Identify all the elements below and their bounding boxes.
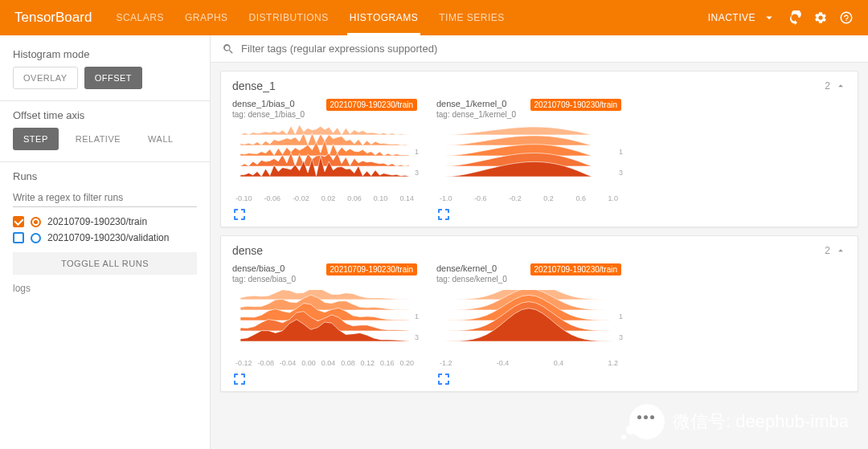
histogram-card: dense_1/kernel_0tag: dense_1/kernel_0202…: [436, 99, 621, 222]
offset-axis-title: Offset time axis: [13, 109, 197, 121]
histogram-card: dense/bias_0tag: dense/bias_020210709-19…: [232, 263, 417, 386]
x-tick: 0.06: [347, 194, 362, 202]
expand-icon[interactable]: [234, 209, 245, 220]
option-offset[interactable]: OFFSET: [84, 67, 142, 89]
y-tick: 1: [619, 312, 623, 320]
run-name: 20210709-190230/train: [47, 216, 147, 227]
x-tick: -1.0: [440, 194, 452, 202]
logs-label: logs: [13, 283, 197, 294]
x-tick: -1.2: [440, 359, 452, 367]
card-tag: tag: dense/bias_0: [232, 275, 296, 284]
x-tick: 0.2: [543, 194, 554, 202]
chevron-up-icon: [835, 80, 846, 92]
x-tick: -0.4: [497, 359, 510, 367]
y-tick: 3: [619, 169, 623, 177]
x-tick: 1.0: [608, 194, 618, 202]
run-badge: 20210709-190230/train: [326, 99, 417, 111]
brand: TensorBoard: [14, 10, 92, 26]
run-badge: 20210709-190230/train: [530, 99, 621, 111]
x-tick: 0.14: [399, 194, 414, 202]
run-row[interactable]: 20210709-190230/validation: [13, 230, 197, 246]
expand-icon[interactable]: [234, 373, 245, 385]
caret-down-icon: [762, 10, 776, 25]
y-tick: 3: [415, 333, 419, 341]
tab-histograms[interactable]: HISTOGRAMS: [350, 0, 418, 35]
x-tick: -0.12: [235, 359, 252, 367]
run-radio[interactable]: [31, 233, 41, 243]
x-tick: -0.02: [293, 194, 309, 202]
card-title: dense_1/bias_0: [232, 99, 305, 110]
y-tick: 1: [415, 312, 419, 320]
runs-title: Runs: [13, 170, 197, 182]
x-tick: -0.04: [280, 359, 297, 367]
tab-scalars[interactable]: SCALARS: [116, 0, 164, 35]
x-tick: 0.4: [554, 359, 564, 367]
card-title: dense/bias_0: [232, 263, 296, 275]
run-name: 20210709-190230/validation: [47, 232, 169, 243]
runs-filter-input[interactable]: [13, 189, 197, 207]
card-title: dense_1/kernel_0: [436, 99, 516, 110]
histogram-card: dense/kernel_0tag: dense/kernel_02021070…: [436, 263, 621, 386]
run-checkbox[interactable]: [13, 216, 24, 227]
group-name: dense_1: [232, 80, 276, 92]
x-tick: -0.08: [257, 359, 274, 367]
search-icon: [222, 43, 235, 55]
x-tick: -0.10: [235, 194, 252, 202]
group-header[interactable]: dense_12: [232, 80, 846, 92]
x-tick: -0.06: [264, 194, 281, 202]
gear-icon[interactable]: [813, 10, 828, 25]
x-tick: 0.02: [321, 194, 336, 202]
x-tick: 0.10: [374, 194, 388, 202]
x-tick: 1.2: [608, 359, 618, 367]
option-step[interactable]: STEP: [13, 128, 59, 150]
chevron-up-icon: [835, 245, 846, 256]
option-relative[interactable]: RELATIVE: [65, 128, 131, 150]
card-tag: tag: dense_1/kernel_0: [436, 110, 516, 119]
x-tick: 0.08: [341, 359, 355, 367]
upload-status-button[interactable]: INACTIVE: [708, 10, 776, 25]
group-count: 2: [825, 245, 830, 256]
reload-icon[interactable]: [788, 10, 802, 25]
run-radio[interactable]: [31, 217, 41, 227]
toggle-all-runs-button[interactable]: TOGGLE ALL RUNS: [13, 252, 197, 275]
tab-time series[interactable]: TIME SERIES: [439, 0, 505, 35]
histogram-mode-title: Histogram mode: [13, 48, 197, 60]
x-tick: 0.16: [380, 359, 395, 367]
run-badge: 20210709-190230/train: [326, 263, 417, 276]
expand-icon[interactable]: [438, 373, 449, 385]
card-tag: tag: dense_1/bias_0: [232, 110, 305, 119]
group-header[interactable]: dense2: [232, 244, 846, 257]
y-tick: 3: [619, 333, 623, 341]
option-overlay[interactable]: OVERLAY: [13, 67, 78, 89]
group-name: dense: [232, 244, 263, 257]
tab-graphs[interactable]: GRAPHS: [185, 0, 228, 35]
y-tick: 1: [415, 148, 419, 156]
help-icon[interactable]: [839, 10, 854, 25]
expand-icon[interactable]: [438, 209, 449, 220]
x-tick: 0.6: [575, 194, 586, 202]
y-tick: 3: [415, 169, 419, 177]
option-wall[interactable]: WALL: [137, 128, 184, 150]
x-tick: -0.6: [474, 194, 487, 202]
tab-distributions[interactable]: DISTRIBUTIONS: [249, 0, 329, 35]
x-tick: 0.12: [361, 359, 375, 367]
x-tick: 0.04: [321, 359, 336, 367]
card-tag: tag: dense/kernel_0: [436, 275, 507, 284]
run-badge: 20210709-190230/train: [530, 263, 621, 276]
group-count: 2: [825, 80, 830, 92]
card-title: dense/kernel_0: [436, 263, 507, 275]
histogram-card: dense_1/bias_0tag: dense_1/bias_02021070…: [232, 99, 417, 222]
run-row[interactable]: 20210709-190230/train: [13, 214, 197, 230]
run-checkbox[interactable]: [13, 232, 24, 243]
y-tick: 1: [619, 148, 623, 156]
x-tick: 0.20: [399, 359, 414, 367]
x-tick: -0.2: [509, 194, 522, 202]
x-tick: 0.00: [301, 359, 316, 367]
tag-filter-input[interactable]: [241, 43, 857, 55]
